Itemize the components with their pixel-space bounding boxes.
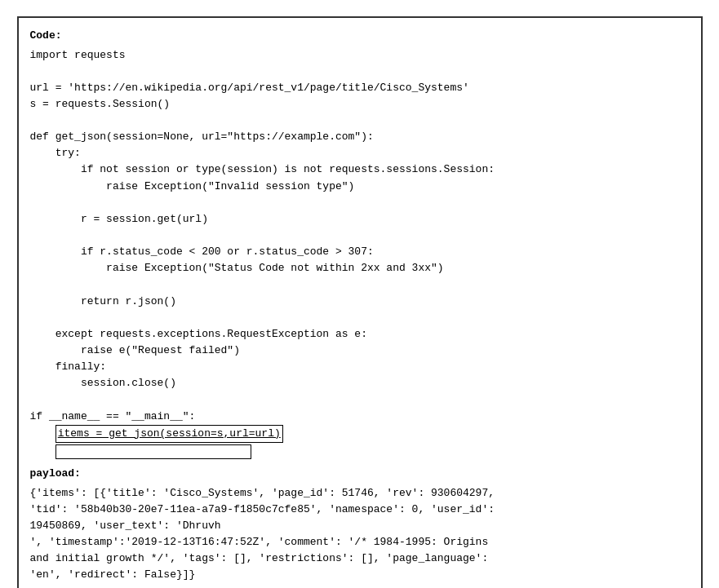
code-label: Code: [30, 28, 690, 44]
payload-label: payload: [30, 466, 690, 482]
payload-section: payload: {'items': [{'title': 'Cisco_Sys… [30, 466, 690, 583]
code-block: import requests url = 'https://en.wikipe… [30, 47, 690, 460]
payload-content: {'items': [{'title': 'Cisco_Systems', 'p… [30, 485, 690, 584]
selected-code-line: items = get_json(session=s,url=url) [55, 425, 283, 443]
code-container: Code: import requests url = 'https://en.… [17, 16, 703, 588]
empty-selection-box [55, 444, 251, 459]
redirect-text: redirect [74, 568, 125, 581]
